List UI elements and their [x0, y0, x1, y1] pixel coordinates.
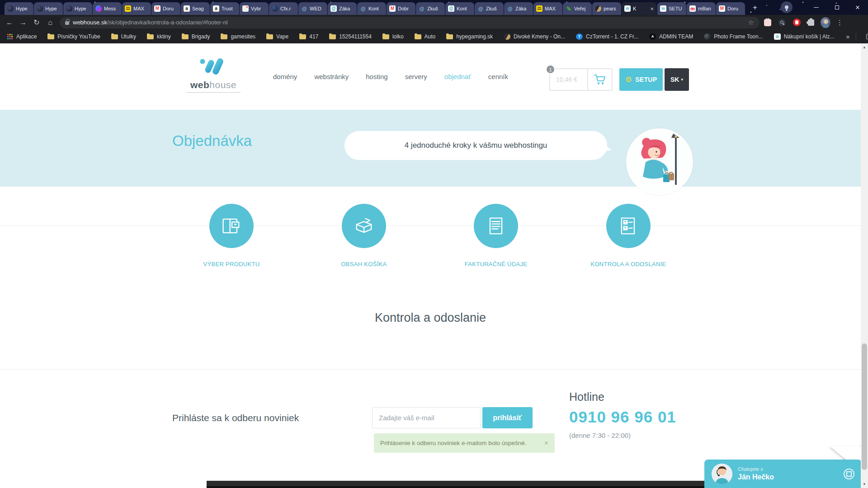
- nav-link[interactable]: servery: [405, 73, 427, 80]
- tab-favicon-icon: [330, 5, 337, 12]
- bookmark-label: Utulky: [121, 33, 136, 40]
- scrollbar-thumb[interactable]: [862, 343, 867, 470]
- bookmark-item[interactable]: Divoké Kmeny - On...: [504, 33, 565, 40]
- mascot-illustration: [626, 128, 693, 195]
- browser-tab[interactable]: MAX: [122, 2, 151, 15]
- bookmark-label: hypegaming.sk: [456, 33, 493, 40]
- home-button[interactable]: ⌂: [44, 17, 56, 28]
- order-step-icon[interactable]: [474, 204, 518, 248]
- browser-tab[interactable]: Hype: [34, 2, 63, 15]
- hotline-phone-link[interactable]: 0910 96 96 01: [569, 408, 676, 426]
- browser-tab[interactable]: SETU: [657, 2, 686, 15]
- extension-cat-icon[interactable]: [763, 18, 773, 28]
- reload-button[interactable]: ↻: [31, 17, 42, 28]
- bookmark-icon: [299, 34, 306, 39]
- bookmark-item[interactable]: Vape: [266, 33, 288, 40]
- browser-tab[interactable]: Trust: [210, 2, 239, 15]
- browser-tab[interactable]: Mess: [93, 2, 122, 15]
- bookmark-item[interactable]: gamesites: [221, 33, 255, 40]
- bookmark-item[interactable]: Pisničky YouTube: [47, 33, 100, 40]
- chat-minimize-icon[interactable]: [844, 469, 854, 479]
- browser-tab[interactable]: Kont: [445, 2, 474, 15]
- browser-tab[interactable]: Vybr: [240, 2, 269, 15]
- browser-tab[interactable]: Záka: [504, 2, 533, 15]
- bookmark-item[interactable]: Nákupní košík | Alz...: [774, 33, 835, 40]
- tab-search-button[interactable]: [781, 1, 793, 13]
- order-step: FAKTURAČNÉ ÚDAJE: [446, 187, 546, 267]
- lock-icon[interactable]: [65, 21, 69, 25]
- reading-list-button[interactable]: Seznam četby: [856, 30, 868, 43]
- order-step-icon[interactable]: [209, 204, 254, 248]
- browser-tab[interactable]: Hype: [5, 2, 33, 15]
- nav-link[interactable]: cenník: [488, 73, 508, 80]
- extension-key-icon[interactable]: [777, 18, 787, 28]
- browser-tab[interactable]: Veřej: [563, 2, 592, 15]
- bookmark-item[interactable]: Auto: [415, 33, 436, 40]
- newsletter-email-input[interactable]: [372, 407, 481, 428]
- browser-tab[interactable]: Cfx.r: [269, 2, 298, 15]
- bookmark-item[interactable]: 15254111554: [329, 33, 372, 40]
- bookmark-item[interactable]: Aplikace: [6, 33, 37, 40]
- browser-tab[interactable]: Zkuš: [416, 2, 445, 15]
- cart-box[interactable]: 1 10,46 €: [549, 68, 613, 91]
- bookmark-item[interactable]: CzTorrent - 1. CZ Fr...: [576, 33, 638, 40]
- language-selector[interactable]: SK: [665, 68, 689, 91]
- bookmark-icon: [576, 33, 583, 40]
- nav-link[interactable]: hosting: [366, 73, 387, 80]
- chat-widget[interactable]: Chatujete s Ján Hečko: [704, 460, 861, 488]
- browser-tab[interactable]: K ×: [622, 2, 657, 15]
- bookmark-item[interactable]: lolko: [382, 33, 404, 40]
- browser-tab[interactable]: Dobr: [387, 2, 415, 15]
- extension-adblock-icon[interactable]: [792, 18, 802, 28]
- bookmark-item[interactable]: Brigady: [182, 33, 210, 40]
- browser-tab[interactable]: mBan: [687, 2, 716, 15]
- webhouse-logo[interactable]: webhouse: [186, 56, 241, 93]
- bookmark-item[interactable]: ADMIN TEAM: [649, 33, 693, 40]
- browser-tab[interactable]: MAX: [533, 2, 562, 15]
- nav-link[interactable]: domény: [273, 73, 297, 80]
- browser-tab[interactable]: Zkuš: [475, 2, 504, 15]
- nav-link[interactable]: webstránky: [314, 73, 349, 80]
- alert-close-icon[interactable]: ×: [544, 439, 548, 447]
- cart-button[interactable]: [588, 69, 612, 90]
- scroll-up-arrow[interactable]: ▲: [861, 43, 868, 51]
- scroll-down-arrow[interactable]: ▼: [861, 480, 868, 488]
- back-button[interactable]: ←: [4, 17, 15, 28]
- maximize-button[interactable]: [826, 0, 847, 15]
- tab-favicon-icon: [566, 5, 572, 12]
- browser-tab[interactable]: Záka: [328, 2, 357, 15]
- tab-title: Dobr: [398, 6, 413, 11]
- forward-button[interactable]: →: [17, 17, 29, 28]
- page-scrollbar[interactable]: ▲ ▼: [861, 43, 868, 488]
- bookmark-item[interactable]: Utulky: [111, 33, 136, 40]
- nav-link[interactable]: objednať: [444, 73, 471, 80]
- bookmark-item[interactable]: hypegaming.sk: [446, 33, 493, 40]
- browser-tab[interactable]: WED: [298, 2, 327, 15]
- bookmark-item[interactable]: Photo Frame Toon...: [704, 33, 763, 40]
- bookmark-star-icon[interactable]: ☆: [748, 19, 754, 27]
- order-step-icon[interactable]: [606, 204, 651, 248]
- browser-tab[interactable]: pears: [592, 2, 621, 15]
- bookmark-item[interactable]: kktiny: [147, 33, 171, 40]
- browser-tab[interactable]: Seag: [181, 2, 210, 15]
- browser-tab[interactable]: Kont: [357, 2, 386, 15]
- order-step-icon[interactable]: [342, 204, 386, 248]
- close-button[interactable]: ×: [847, 0, 868, 15]
- setup-button[interactable]: SETUP: [619, 68, 663, 91]
- address-bar[interactable]: webhouse.sk/sk/objednavka/kontrola-a-odo…: [60, 17, 760, 28]
- tab-close-icon[interactable]: ×: [650, 6, 654, 12]
- browser-menu-icon[interactable]: ⋮: [834, 19, 846, 27]
- newsletter-subscribe-button[interactable]: prihlásiť: [482, 407, 533, 428]
- extensions-puzzle-icon[interactable]: [806, 18, 816, 28]
- tab-title: Zkuš: [427, 6, 442, 11]
- bookmark-icon: [382, 34, 389, 39]
- bookmarks-overflow-chevron[interactable]: »: [846, 33, 850, 40]
- profile-avatar[interactable]: [821, 18, 830, 28]
- browser-tab[interactable]: Hype: [63, 2, 92, 15]
- new-tab-button[interactable]: +: [749, 2, 761, 14]
- browser-tab[interactable]: Doru: [716, 2, 745, 15]
- bookmark-item[interactable]: 417: [299, 33, 318, 40]
- order-steps: VÝBER PRODUKTU OBSAH KOŠÍKA FAKTURAČNÉ Ú…: [0, 187, 861, 272]
- minimize-button[interactable]: [806, 0, 826, 15]
- browser-tab[interactable]: Doru: [151, 2, 180, 15]
